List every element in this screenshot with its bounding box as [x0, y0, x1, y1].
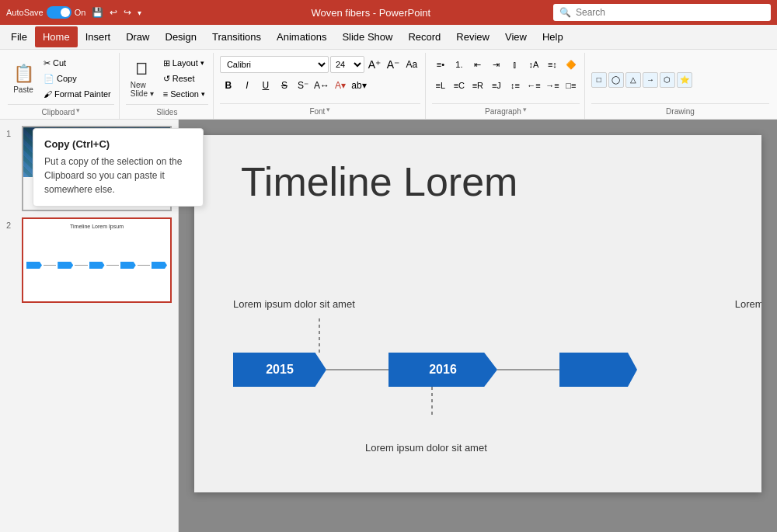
slide-thumb-2[interactable]: 2 Timeline Lorem Ipsum: [6, 217, 172, 303]
paste-icon: 📋: [13, 64, 34, 84]
underline-button[interactable]: U: [257, 77, 274, 94]
text-direction-button[interactable]: ↕A: [525, 56, 542, 73]
shape-5[interactable]: ⬡: [660, 72, 675, 88]
tl-2017[interactable]: [559, 353, 637, 387]
redo-icon[interactable]: ↪: [124, 7, 131, 18]
undo-icon[interactable]: ↩: [110, 7, 117, 18]
menu-bar: File Home Insert Draw Design Transitions…: [0, 25, 777, 50]
ribbon: 📋 Paste ✂ Cut 📄 Copy 🖌 Format Painter: [0, 50, 777, 120]
menu-slideshow[interactable]: Slide Show: [334, 26, 400, 47]
clipboard-buttons: 📋 Paste ✂ Cut 📄 Copy 🖌 Format Painter: [8, 53, 114, 104]
bullets-button[interactable]: ≡•: [432, 56, 449, 73]
search-box[interactable]: 🔍: [553, 4, 771, 21]
menu-draw[interactable]: Draw: [118, 26, 157, 47]
align-text-button[interactable]: ≡↕: [544, 56, 561, 73]
smartart-button[interactable]: 🔶: [563, 56, 580, 73]
menu-home[interactable]: Home: [35, 26, 78, 47]
new-slide-icon: 🗌: [134, 59, 151, 79]
shape-2[interactable]: ◯: [608, 72, 624, 88]
align-right-button[interactable]: ≡R: [469, 77, 486, 94]
italic-button[interactable]: I: [239, 77, 256, 94]
font-family-select[interactable]: Calibri: [220, 56, 329, 73]
clipboard-small-btns: ✂ Cut 📄 Copy 🖌 Format Painter: [40, 55, 114, 102]
shape-3[interactable]: △: [625, 72, 641, 88]
rtl-button[interactable]: ←≡: [525, 77, 542, 94]
autosave-toggle[interactable]: [47, 6, 71, 19]
reset-label: Reset: [172, 74, 195, 83]
customize-icon[interactable]: ▾: [138, 9, 141, 17]
strikethrough-button[interactable]: S: [276, 77, 293, 94]
tl-2016[interactable]: 2016: [388, 353, 497, 387]
line-spacing-button[interactable]: ↕≡: [507, 77, 524, 94]
slides-group: 🗌 NewSlide ▾ ⊞ Layout ▾ ↺ Reset ≡ Sectio…: [121, 53, 214, 119]
tl-line-2: [497, 369, 559, 370]
menu-animations[interactable]: Animations: [269, 26, 334, 47]
thumb-arrow-4: [120, 262, 136, 269]
justify-button[interactable]: ≡J: [488, 77, 505, 94]
menu-review[interactable]: Review: [448, 26, 497, 47]
section-button[interactable]: ≡ Section ▾: [160, 86, 208, 102]
align-left-button[interactable]: ≡L: [432, 77, 449, 94]
main-slide-area: Timeline Lorem Lorem ipsum dolor sit ame…: [179, 120, 777, 532]
shape-4[interactable]: →: [643, 72, 658, 88]
font-size-select[interactable]: 24: [330, 56, 364, 73]
reset-button[interactable]: ↺ Reset: [160, 71, 208, 86]
menu-design[interactable]: Design: [158, 26, 204, 47]
save-icon[interactable]: 💾: [92, 7, 103, 18]
copy-icon: 📄: [44, 74, 54, 84]
layout-arrow: ▾: [200, 59, 204, 67]
tl-2015[interactable]: 2015: [233, 353, 326, 387]
title-bar-right: 🔍: [553, 4, 771, 21]
slide-canvas[interactable]: Timeline Lorem Lorem ipsum dolor sit ame…: [194, 135, 761, 492]
new-slide-button[interactable]: 🗌 NewSlide ▾: [126, 53, 159, 104]
shadow-button[interactable]: S⁻: [294, 77, 312, 94]
font-label: Font: [309, 106, 325, 116]
cut-button[interactable]: ✂ Cut: [40, 55, 114, 71]
increase-indent-button[interactable]: ⇥: [488, 56, 505, 73]
section-label: Section: [170, 89, 199, 99]
menu-help[interactable]: Help: [535, 26, 571, 47]
slide-image-2[interactable]: Timeline Lorem Ipsum: [22, 217, 172, 303]
menu-file[interactable]: File: [3, 26, 35, 47]
ltr-button[interactable]: →≡: [544, 77, 561, 94]
font-decrease-button[interactable]: A⁻: [385, 56, 402, 73]
font-increase-button[interactable]: A⁺: [366, 56, 383, 73]
columns-button[interactable]: ⫿: [507, 56, 524, 73]
shape-6[interactable]: ⭐: [677, 72, 692, 88]
menu-insert[interactable]: Insert: [78, 26, 119, 47]
decrease-indent-button[interactable]: ⇤: [469, 56, 486, 73]
shape-1[interactable]: □: [591, 72, 607, 88]
dashed-line-1: [319, 318, 320, 353]
tl-year-2: 2016: [429, 363, 457, 377]
slides-small-btns: ⊞ Layout ▾ ↺ Reset ≡ Section ▾: [160, 55, 208, 102]
slides-label: Slides: [156, 106, 177, 116]
menu-view[interactable]: View: [497, 26, 535, 47]
clipboard-label: Clipboard: [41, 106, 75, 116]
autosave-badge: AutoSave On: [6, 6, 85, 19]
clear-format-button[interactable]: Aa: [403, 56, 420, 73]
font-color-button[interactable]: A▾: [332, 77, 349, 94]
layout-button[interactable]: ⊞ Layout ▾: [160, 55, 208, 71]
font-expand[interactable]: ▾: [326, 106, 330, 116]
thumb-line-3: [106, 265, 119, 266]
clipboard-expand[interactable]: ▾: [76, 106, 80, 116]
format-painter-button[interactable]: 🖌 Format Painter: [40, 86, 114, 102]
tooltip-title: Copy (Ctrl+C): [44, 138, 192, 150]
numbering-button[interactable]: 1.: [451, 56, 468, 73]
menu-transitions[interactable]: Transitions: [204, 26, 269, 47]
bold-button[interactable]: B: [220, 77, 237, 94]
layout-label: Layout: [172, 58, 198, 68]
drawing-group: □ ◯ △ → ⬡ ⭐ Drawing: [587, 53, 774, 119]
copy-button[interactable]: 📄 Copy: [40, 71, 114, 86]
menu-record[interactable]: Record: [400, 26, 448, 47]
align-center-button[interactable]: ≡C: [451, 77, 468, 94]
text-box-button[interactable]: □≡: [563, 77, 580, 94]
char-space-button[interactable]: A↔: [313, 77, 330, 94]
paragraph-group: ≡• 1. ⇤ ⇥ ⫿ ↕A ≡↕ 🔶 ≡L ≡C ≡R ≡J ↕≡ ←≡ →≡…: [427, 53, 585, 119]
highlight-button[interactable]: ab▾: [350, 77, 368, 94]
paste-button[interactable]: 📋 Paste: [8, 53, 39, 104]
paragraph-expand[interactable]: ▾: [523, 106, 527, 116]
section-icon: ≡: [163, 89, 168, 99]
new-slide-label: NewSlide ▾: [131, 81, 154, 98]
search-input[interactable]: [576, 7, 765, 18]
